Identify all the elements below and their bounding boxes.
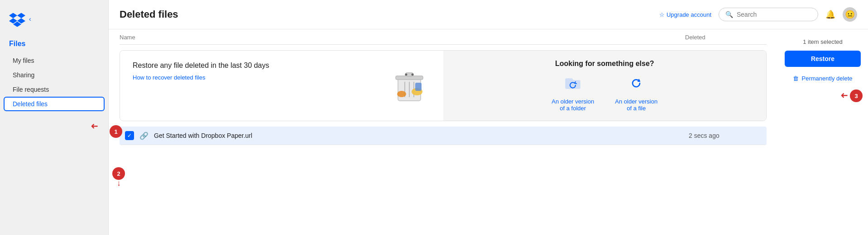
right-panel: 1 item selected Restore 🗑 Permanently de… [777, 29, 868, 235]
file-restore-icon [628, 75, 644, 91]
dropbox-logo-icon [9, 11, 25, 27]
sidebar-item-sharing[interactable]: Sharing [4, 68, 105, 82]
trash-icon: 🗑 [793, 75, 799, 82]
svg-point-6 [405, 73, 407, 75]
info-cards: Restore any file deleted in the last 30 … [120, 50, 767, 121]
older-folder-icon [565, 75, 581, 94]
sidebar: ‹ Files My files Sharing File requests D… [0, 0, 109, 235]
trash-svg-icon [389, 65, 430, 105]
older-file-icon [628, 75, 644, 94]
file-row[interactable]: ✓ 🔗 Get Started with Dropbox Paper.url 2… [120, 127, 767, 145]
svg-point-7 [411, 73, 413, 75]
col-name-header: Name [120, 34, 685, 41]
content-area: Name Deleted Restore any file deleted in… [109, 29, 868, 235]
info-card-restore-text: Restore any file deleted in the last 30 … [133, 61, 431, 70]
file-area: Name Deleted Restore any file deleted in… [109, 29, 777, 235]
info-card-restore: Restore any file deleted in the last 30 … [120, 51, 443, 121]
search-box[interactable]: 🔍 [719, 8, 818, 21]
restore-button[interactable]: Restore [785, 51, 861, 67]
header-right: ☆ Upgrade account 🔍 🔔 😐 [659, 7, 857, 22]
older-folder-option[interactable]: An older version of a folder [550, 75, 595, 112]
sidebar-nav: My files Sharing File requests Deleted f… [0, 53, 108, 111]
search-icon: 🔍 [725, 11, 733, 18]
svg-point-9 [397, 91, 406, 97]
header-left: Deleted files [120, 9, 178, 20]
sidebar-section-title: Files [0, 38, 108, 53]
back-arrow-icon: ‹ [29, 15, 31, 23]
svg-rect-10 [415, 83, 422, 91]
older-file-label: An older version of a file [614, 98, 659, 112]
upgrade-label: Upgrade account [667, 11, 711, 18]
page-title: Deleted files [120, 9, 178, 20]
avatar-initials: 😐 [845, 9, 855, 19]
permanently-delete-label: Permanently delete [801, 75, 852, 82]
older-folder-label: An older version of a folder [550, 98, 595, 112]
file-deleted-time: 2 secs ago [689, 132, 761, 139]
info-card-other: Looking for something else? An older ver… [443, 51, 767, 121]
link-file-icon: 🔗 [139, 132, 149, 140]
selected-count: 1 item selected [785, 38, 861, 45]
file-checkbox[interactable]: ✓ [125, 131, 134, 140]
sidebar-item-deleted-files[interactable]: Deleted files [4, 97, 105, 111]
avatar[interactable]: 😐 [843, 7, 857, 22]
sidebar-item-my-files[interactable]: My files [4, 53, 105, 68]
col-deleted-header: Deleted [685, 34, 767, 41]
how-to-recover-link[interactable]: How to recover deleted files [133, 74, 431, 81]
info-card-options: An older version of a folder An older ve… [550, 75, 659, 112]
star-icon: ☆ [659, 11, 665, 18]
header: Deleted files ☆ Upgrade account 🔍 🔔 😐 [109, 0, 868, 29]
bell-icon[interactable]: 🔔 [825, 9, 835, 19]
older-file-option[interactable]: An older version of a file [614, 75, 659, 112]
info-card-other-title: Looking for something else? [555, 60, 654, 68]
checkmark-icon: ✓ [127, 132, 132, 139]
sidebar-item-file-requests[interactable]: File requests [4, 82, 105, 97]
trash-illustration [389, 65, 430, 107]
table-header: Name Deleted [120, 29, 767, 45]
file-name: Get Started with Dropbox Paper.url [154, 132, 683, 139]
folder-restore-icon [565, 75, 581, 91]
sidebar-logo: ‹ [0, 7, 108, 38]
upgrade-link[interactable]: ☆ Upgrade account [659, 11, 711, 18]
permanently-delete-button[interactable]: 🗑 Permanently delete [785, 72, 861, 85]
search-input[interactable] [737, 11, 811, 18]
main-content: Deleted files ☆ Upgrade account 🔍 🔔 😐 Na… [109, 0, 868, 235]
